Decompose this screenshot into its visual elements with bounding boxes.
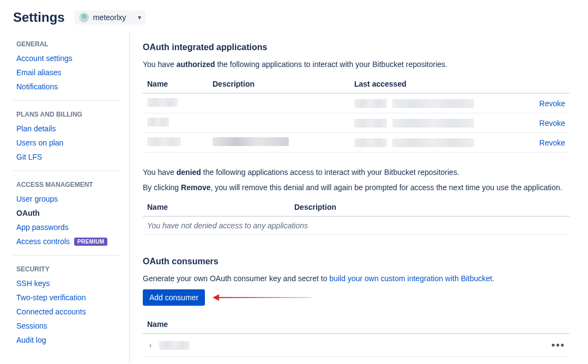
premium-badge: PREMIUM: [74, 238, 107, 246]
sidebar-item-label: Plan details: [16, 124, 56, 133]
redacted: [147, 137, 181, 146]
revoke-link[interactable]: Revoke: [526, 93, 569, 113]
build-integration-link[interactable]: build your own custom integration with B…: [329, 274, 492, 283]
revoke-link[interactable]: Revoke: [526, 113, 569, 133]
sidebar-item-connected-accounts[interactable]: Connected accounts: [13, 305, 120, 319]
sidebar-item-label: Notifications: [16, 82, 58, 91]
redacted: [147, 118, 169, 126]
col-description: Description: [290, 198, 569, 216]
arrow-head-icon: [213, 294, 219, 301]
sidebar: GENERAL Account settings Email aliases N…: [13, 32, 130, 362]
consumers-table: Name: [143, 316, 569, 334]
sidebar-item-plan-details[interactable]: Plan details: [13, 122, 120, 136]
sidebar-item-label: Audit log: [16, 336, 46, 344]
chevron-down-icon: ▾: [138, 14, 141, 21]
redacted: [147, 98, 178, 107]
denied-apps-table: Name Description You have not denied acc…: [143, 198, 569, 235]
sidebar-item-label: Connected accounts: [16, 307, 86, 316]
col-description: Description: [208, 75, 350, 93]
chevron-right-icon[interactable]: ›: [147, 342, 154, 349]
page-title: Settings: [13, 10, 65, 25]
sidebar-heading-plans: PLANS AND BILLING: [16, 111, 120, 118]
sidebar-item-two-step[interactable]: Two-step verification: [13, 290, 120, 305]
sidebar-item-label: Access controls: [16, 237, 70, 246]
consumer-row: › •••: [143, 334, 569, 357]
sidebar-item-label: Email aliases: [16, 68, 61, 77]
table-row-empty: You have not denied access to any applic…: [143, 216, 569, 235]
col-last-accessed: Last accessed: [350, 75, 526, 93]
authorized-apps-table: Name Description Last accessed Revoke: [143, 75, 569, 153]
sidebar-item-ssh-keys[interactable]: SSH keys: [13, 276, 120, 290]
sidebar-item-label: Sessions: [16, 321, 47, 330]
col-name: Name: [143, 316, 542, 333]
col-action: [526, 75, 569, 93]
col-name: Name: [143, 75, 208, 93]
main-content: OAuth integrated applications You have a…: [130, 32, 575, 362]
consumers-description: Generate your own OAuth consumer key and…: [143, 274, 569, 283]
avatar: [79, 13, 89, 22]
page-header: Settings meteorlxy ▾: [0, 0, 588, 32]
sidebar-item-users-on-plan[interactable]: Users on plan: [13, 136, 120, 150]
sidebar-item-label: Users on plan: [16, 138, 63, 147]
sidebar-item-label: Two-step verification: [16, 293, 86, 302]
sidebar-item-label: SSH keys: [16, 279, 50, 288]
remove-description: By clicking Remove, you will remove this…: [143, 183, 569, 192]
revoke-link[interactable]: Revoke: [526, 133, 569, 153]
denied-empty-text: You have not denied access to any applic…: [143, 216, 569, 235]
add-consumer-button[interactable]: Add consumer: [143, 289, 205, 306]
sidebar-item-access-controls[interactable]: Access controls PREMIUM: [13, 234, 120, 248]
sidebar-item-label: OAuth: [16, 209, 40, 217]
oauth-consumers-title: OAuth consumers: [143, 257, 569, 266]
sidebar-item-label: Account settings: [16, 54, 72, 63]
sidebar-item-label: App passwords: [16, 223, 69, 232]
arrow-annotation: [213, 294, 312, 301]
table-row: Revoke: [143, 133, 569, 153]
sidebar-item-sessions[interactable]: Sessions: [13, 319, 120, 333]
sidebar-item-audit-log[interactable]: Audit log: [13, 333, 120, 347]
sidebar-item-account-settings[interactable]: Account settings: [13, 51, 120, 65]
workspace-switcher[interactable]: meteorlxy ▾: [75, 10, 146, 25]
authorized-description: You have authorized the following applic…: [143, 60, 569, 69]
sidebar-item-label: Git LFS: [16, 153, 42, 161]
sidebar-item-user-groups[interactable]: User groups: [13, 192, 120, 206]
arrow-line-icon: [219, 297, 312, 298]
sidebar-item-email-aliases[interactable]: Email aliases: [13, 65, 120, 80]
sidebar-heading-general: GENERAL: [16, 40, 120, 48]
sidebar-item-git-lfs[interactable]: Git LFS: [13, 150, 120, 164]
sidebar-heading-access: ACCESS MANAGEMENT: [16, 181, 120, 189]
oauth-apps-title: OAuth integrated applications: [143, 43, 569, 52]
workspace-name: meteorlxy: [93, 13, 126, 22]
sidebar-heading-security: SECURITY: [16, 265, 120, 273]
sidebar-item-label: User groups: [16, 195, 58, 203]
denied-description: You have denied the following applicatio…: [143, 168, 569, 177]
table-row: Revoke: [143, 113, 569, 133]
more-actions-icon[interactable]: •••: [551, 339, 565, 351]
sidebar-item-oauth[interactable]: OAuth: [13, 206, 120, 220]
redacted: [213, 137, 289, 146]
col-name: Name: [143, 198, 290, 216]
table-row: Revoke: [143, 93, 569, 113]
sidebar-item-notifications[interactable]: Notifications: [13, 80, 120, 94]
redacted: [159, 341, 190, 350]
sidebar-item-app-passwords[interactable]: App passwords: [13, 220, 120, 234]
